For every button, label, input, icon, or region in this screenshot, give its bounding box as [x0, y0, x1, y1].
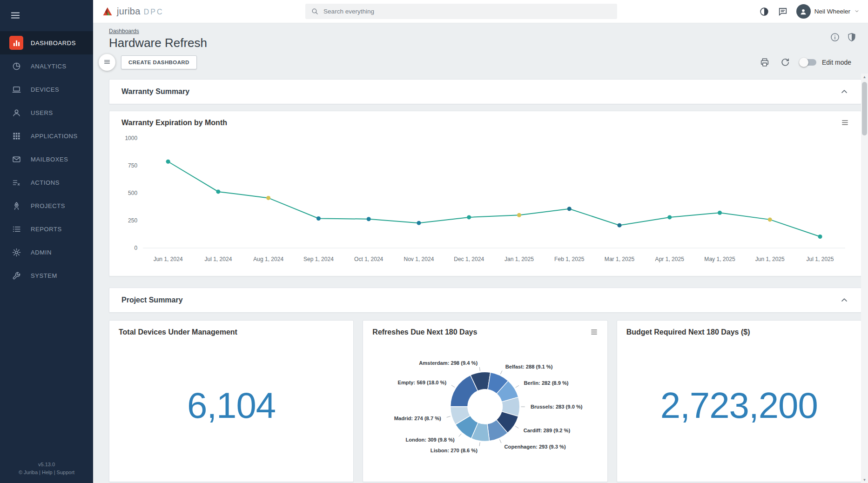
warranty-expiration-chart-card: Warranty Expiration by Month 02505007501…	[109, 111, 861, 276]
chart-menu-icon[interactable]	[841, 119, 849, 127]
svg-text:Jul 1, 2024: Jul 1, 2024	[204, 256, 232, 262]
svg-text:Dec 1, 2024: Dec 1, 2024	[454, 256, 484, 262]
edit-mode-label: Edit mode	[822, 59, 851, 66]
breadcrumb[interactable]: Dashboards	[109, 28, 139, 34]
topbar: juriba DPC N	[93, 0, 868, 23]
vertical-scrollbar[interactable]: ▲ ▼	[861, 74, 868, 483]
edit-mode-control: Edit mode	[801, 59, 851, 66]
svg-text:750: 750	[128, 162, 137, 169]
svg-text:London: 309 (9.8 %): London: 309 (9.8 %)	[406, 437, 455, 443]
edit-mode-toggle[interactable]	[801, 59, 816, 66]
svg-text:Nov 1, 2024: Nov 1, 2024	[404, 256, 434, 262]
sidebar-item-mailboxes[interactable]: MAILBOXES	[0, 148, 93, 171]
system-icon	[9, 268, 23, 282]
chevron-up-icon[interactable]	[840, 295, 849, 305]
budget-required-card: Budget Required Next 180 Days ($) 2,723,…	[617, 320, 861, 482]
sidebar-item-actions[interactable]: ACTIONS	[0, 171, 93, 194]
sidebar-item-dashboards[interactable]: DASHBOARDS	[0, 31, 93, 54]
page-header: Dashboards Hardware Refresh	[93, 23, 868, 51]
warranty-line-chart[interactable]: 02505007501000Jun 1, 2024Jul 1, 2024Aug …	[116, 130, 855, 268]
actions-icon	[9, 175, 23, 189]
warranty-summary-panel[interactable]: Warranty Summary	[109, 79, 861, 104]
search-icon	[311, 7, 319, 15]
sidebar-item-projects[interactable]: PROJECTS	[0, 194, 93, 217]
chart-card-header: Warranty Expiration by Month	[116, 119, 855, 127]
svg-text:Madrid: 274 (8.7 %): Madrid: 274 (8.7 %)	[394, 416, 441, 421]
brand-name: juriba	[117, 6, 141, 17]
scroll-down-icon[interactable]: ▼	[861, 476, 868, 483]
sidebar-item-reports[interactable]: REPORTS	[0, 217, 93, 241]
dashboard-list-button[interactable]	[99, 54, 115, 71]
app-version: v5.13.0	[0, 461, 93, 469]
svg-text:Apr 1, 2025: Apr 1, 2025	[655, 256, 685, 262]
sidebar-item-label: SYSTEM	[31, 272, 57, 279]
refresh-icon[interactable]	[780, 57, 790, 67]
svg-text:Sep 1, 2024: Sep 1, 2024	[303, 256, 334, 262]
info-icon[interactable]	[830, 32, 840, 42]
svg-text:Berlin: 282 (8.9 %): Berlin: 282 (8.9 %)	[524, 380, 569, 386]
scrollbar-thumb[interactable]	[862, 82, 867, 135]
svg-text:Amsterdam: 298 (9.4 %): Amsterdam: 298 (9.4 %)	[419, 360, 478, 366]
chart-menu-icon[interactable]	[590, 328, 598, 336]
sidebar-item-analytics[interactable]: ANALYTICS	[0, 54, 93, 78]
svg-text:Jun 1, 2025: Jun 1, 2025	[755, 256, 785, 262]
hamburger-icon	[103, 58, 111, 67]
toggle-knob	[799, 58, 808, 67]
chevron-down-icon	[854, 7, 860, 16]
svg-text:Jan 1, 2025: Jan 1, 2025	[505, 256, 534, 262]
brand-suffix: DPC	[144, 8, 164, 16]
chevron-up-icon[interactable]	[840, 87, 849, 96]
chat-icon[interactable]	[778, 7, 788, 17]
global-search[interactable]	[305, 4, 617, 19]
svg-text:Lisbon: 270 (8.6 %): Lisbon: 270 (8.6 %)	[431, 448, 478, 453]
reports-icon	[9, 222, 23, 236]
svg-text:Jun 1, 2024: Jun 1, 2024	[154, 256, 183, 262]
user-menu[interactable]: Neil Wheeler	[796, 4, 860, 19]
refreshes-donut-chart[interactable]: Amsterdam: 298 (9.4 %)Belfast: 288 (9.1 …	[372, 337, 598, 474]
chart-title: Warranty Expiration by Month	[121, 119, 227, 127]
shield-icon[interactable]	[847, 32, 857, 42]
app-window: DASHBOARDS ANALYTICS DEVICES USERS	[0, 0, 868, 483]
sidebar-nav: DASHBOARDS ANALYTICS DEVICES USERS	[0, 31, 93, 287]
juriba-logo-icon	[101, 6, 114, 17]
sidebar-item-label: MAILBOXES	[31, 156, 68, 163]
svg-text:Aug 1, 2024: Aug 1, 2024	[253, 256, 283, 262]
card-title: Total Devices Under Management	[119, 328, 237, 336]
svg-text:Empty: 569 (18.0 %): Empty: 569 (18.0 %)	[398, 380, 447, 385]
svg-text:Oct 1, 2024: Oct 1, 2024	[354, 256, 384, 262]
topbar-actions: Neil Wheeler	[759, 4, 860, 19]
sidebar-item-applications[interactable]: APPLICATIONS	[0, 124, 93, 148]
scroll-up-icon[interactable]: ▲	[861, 74, 868, 80]
sidebar-item-system[interactable]: SYSTEM	[0, 264, 93, 287]
svg-text:Mar 1, 2025: Mar 1, 2025	[605, 256, 635, 262]
project-summary-panel[interactable]: Project Summary	[109, 288, 861, 313]
page-title: Hardware Refresh	[109, 36, 207, 50]
svg-text:500: 500	[128, 190, 137, 196]
devices-icon	[9, 82, 23, 96]
svg-text:Copenhagen: 293 (9.3 %): Copenhagen: 293 (9.3 %)	[505, 444, 566, 449]
footer-links[interactable]: © Juriba | Help | Support	[0, 469, 93, 476]
svg-text:Brussels: 283 (9.0 %): Brussels: 283 (9.0 %)	[531, 404, 583, 409]
sidebar-item-label: REPORTS	[31, 226, 62, 233]
user-name: Neil Wheeler	[814, 8, 850, 15]
app-logo[interactable]: juriba DPC	[101, 6, 164, 17]
panel-title: Warranty Summary	[121, 87, 189, 96]
svg-text:Belfast: 288 (9.1 %): Belfast: 288 (9.1 %)	[505, 364, 553, 369]
sidebar-item-label: DEVICES	[31, 86, 59, 93]
sidebar-item-users[interactable]: USERS	[0, 101, 93, 124]
users-icon	[9, 106, 23, 120]
search-input[interactable]	[323, 8, 612, 15]
sidebar-item-label: PROJECTS	[31, 202, 65, 209]
create-dashboard-button[interactable]: CREATE DASHBOARD	[121, 55, 197, 69]
sidebar-item-admin[interactable]: ADMIN	[0, 241, 93, 264]
refreshes-due-card: Refreshes Due Next 180 Days Amsterdam: 2…	[363, 320, 607, 482]
sidebar: DASHBOARDS ANALYTICS DEVICES USERS	[0, 0, 93, 483]
projects-icon	[9, 199, 23, 213]
dashboards-icon	[9, 36, 23, 50]
sidebar-item-devices[interactable]: DEVICES	[0, 78, 93, 101]
contrast-icon[interactable]	[759, 7, 769, 17]
card-title: Refreshes Due Next 180 Days	[372, 328, 477, 336]
print-icon[interactable]	[760, 57, 770, 67]
svg-text:May 1, 2025: May 1, 2025	[704, 256, 735, 262]
sidebar-collapse-button[interactable]	[0, 0, 93, 31]
